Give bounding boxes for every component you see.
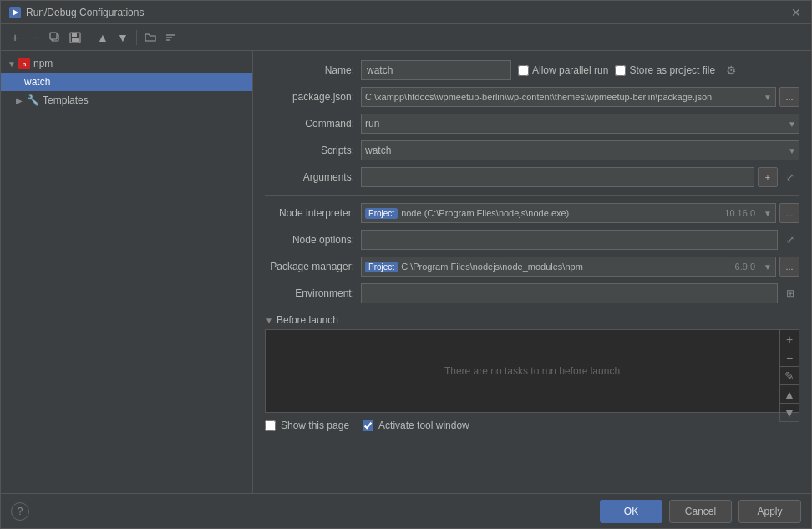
toolbar: + − ▲ ▼ [1,24,811,51]
npm-label: npm [33,58,53,69]
node-version: 10.16.0 [724,208,755,218]
cancel-button[interactable]: Cancel [669,500,732,523]
arguments-row: Arguments: + ⤢ [265,166,799,188]
package-manager-version: 6.9.0 [735,262,755,272]
close-button[interactable]: ✕ [789,6,803,19]
package-manager-badge: Project [365,262,398,272]
right-panel: Name: Allow parallel run Store as projec… [253,51,811,493]
name-row: Name: Allow parallel run Store as projec… [265,59,799,81]
dialog-icon [9,7,21,18]
show-page-checkbox[interactable] [265,420,276,431]
node-interpreter-select[interactable]: Project node (C:\Program Files\nodejs\no… [361,203,776,223]
move-down-button[interactable]: ▼ [114,28,132,47]
move-up-button[interactable]: ▲ [94,28,112,47]
command-select[interactable]: run [361,114,799,134]
node-options-label: Node options: [265,234,361,246]
node-options-row: Node options: ⤢ [265,229,799,251]
section-divider-1 [265,195,799,196]
command-label: Command: [265,118,361,130]
package-json-label: package.json: [265,91,361,103]
environment-row: Environment: ⊞ [265,282,799,304]
left-panel: ▼ n npm watch ▶ 🔧 Templates [1,51,253,493]
show-page-label: Show this page [281,420,349,431]
before-launch-body: There are no tasks to run before launch … [265,329,799,413]
node-interpreter-path: node (C:\Program Files\nodejs\node.exe) [401,208,772,218]
tree-item-npm[interactable]: ▼ n npm [1,54,252,73]
help-button[interactable]: ? [11,502,29,521]
bottom-checkboxes: Show this page Activate tool window [265,420,799,431]
arguments-label: Arguments: [265,171,361,183]
before-launch-edit-button[interactable]: ✎ [780,367,799,385]
package-json-row: package.json: C:\xampp\htdocs\wpmeetup-b… [265,86,799,108]
templates-arrow: ▶ [16,96,24,105]
store-project-label: Store as project file [629,64,715,76]
command-row: Command: run ▼ [265,113,799,135]
templates-label: Templates [43,94,89,106]
before-launch-section: ▼ Before launch There are no tasks to ru… [265,311,799,413]
tree-item-watch[interactable]: watch [1,73,252,91]
watch-label: watch [24,76,50,88]
remove-config-button[interactable]: − [26,28,44,47]
scripts-select[interactable]: watch [361,140,799,160]
sort-button[interactable] [161,28,180,47]
package-json-browse-button[interactable]: ... [779,87,799,107]
node-options-expand-button[interactable]: ⤢ [781,231,799,249]
before-launch-remove-button[interactable]: − [780,348,799,367]
before-launch-actions: + − ✎ ▲ ▼ [779,330,799,422]
before-launch-header[interactable]: ▼ Before launch [265,311,799,329]
svg-rect-3 [50,33,57,39]
svg-rect-6 [72,38,79,42]
apply-button[interactable]: Apply [738,500,801,523]
node-interpreter-row: Node interpreter: Project node (C:\Progr… [265,202,799,224]
before-launch-empty-text: There are no tasks to run before launch [444,365,620,377]
before-launch-down-button[interactable]: ▼ [780,404,799,422]
footer: ? OK Cancel Apply [1,493,811,528]
svg-rect-5 [72,33,77,37]
npm-icon: n [18,58,30,69]
before-launch-collapse-arrow: ▼ [265,316,273,325]
add-config-button[interactable]: + [6,28,24,47]
run-debug-dialog: Run/Debug Configurations ✕ + − ▲ ▼ [0,0,812,529]
scripts-row: Scripts: watch ▼ [265,140,799,161]
main-content: ▼ n npm watch ▶ 🔧 Templates Name: [1,51,811,493]
before-launch-add-button[interactable]: + [780,330,799,348]
parallel-run-label: Allow parallel run [532,64,608,76]
node-interpreter-badge: Project [365,208,398,219]
arguments-expand-button[interactable]: ⤢ [781,168,799,186]
dialog-title: Run/Debug Configurations [26,7,144,18]
copy-config-button[interactable] [46,28,64,47]
package-manager-browse-button[interactable]: ... [779,257,799,277]
package-manager-label: Package manager: [265,261,361,272]
save-config-button[interactable] [66,28,84,47]
package-manager-row: Package manager: Project C:\Program File… [265,256,799,277]
tree-item-templates[interactable]: ▶ 🔧 Templates [1,91,252,109]
package-json-value: C:\xampp\htdocs\wpmeetup-berlin\wp-conte… [365,92,772,102]
name-label: Name: [265,64,361,76]
wrench-icon: 🔧 [27,94,39,106]
node-interpreter-browse-button[interactable]: ... [779,203,799,223]
arguments-input[interactable] [361,167,754,187]
activate-tool-checkbox[interactable] [363,420,373,431]
node-interpreter-label: Node interpreter: [265,207,361,219]
node-options-input[interactable] [361,230,778,250]
show-page-row: Show this page [265,420,349,431]
environment-label: Environment: [265,287,361,299]
store-project-checkbox[interactable] [615,65,626,76]
scripts-label: Scripts: [265,145,361,156]
title-bar: Run/Debug Configurations ✕ [1,1,811,24]
folder-button[interactable] [141,28,160,47]
ok-button[interactable]: OK [600,500,662,523]
environment-input[interactable] [361,283,778,303]
before-launch-up-button[interactable]: ▲ [780,385,799,404]
parallel-run-checkbox[interactable] [518,65,529,76]
activate-tool-row: Activate tool window [363,420,469,431]
npm-arrow: ▼ [8,59,16,69]
name-input[interactable] [361,60,511,80]
gear-button[interactable]: ⚙ [722,61,740,79]
separator-2 [136,30,137,45]
environment-expand-button[interactable]: ⊞ [781,284,799,303]
before-launch-label: Before launch [277,314,338,326]
package-json-field[interactable]: C:\xampp\htdocs\wpmeetup-berlin\wp-conte… [361,87,776,107]
arguments-add-button[interactable]: + [758,167,778,187]
package-manager-select[interactable]: Project C:\Program Files\nodejs\node_mod… [361,257,776,277]
